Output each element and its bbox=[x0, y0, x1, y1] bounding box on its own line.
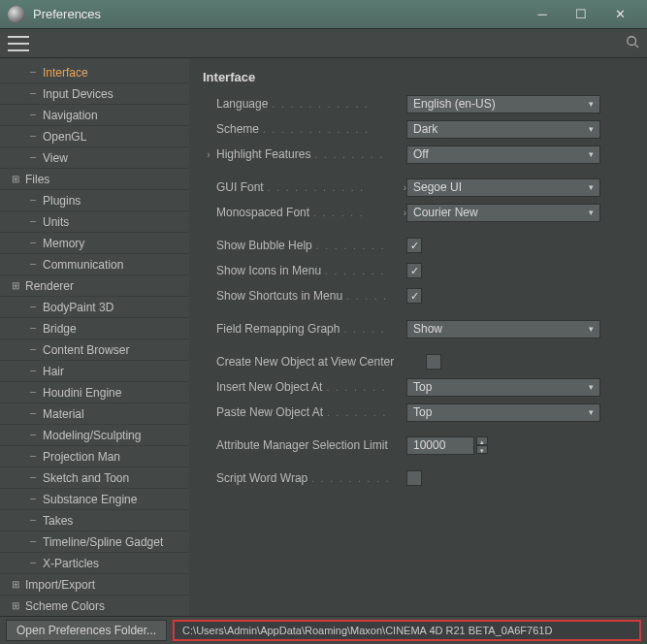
attr-limit-spinner[interactable]: ▴▾ bbox=[406, 436, 488, 455]
create-center-checkbox[interactable] bbox=[426, 354, 441, 370]
menubar bbox=[0, 29, 647, 58]
highlight-label: Highlight Features bbox=[216, 147, 310, 161]
tree-expand-icon[interactable] bbox=[10, 579, 21, 591]
sidebar-item-content-browser[interactable]: Content Browser bbox=[0, 339, 189, 361]
create-center-label: Create New Object at View Center bbox=[216, 355, 394, 369]
close-button[interactable]: ✕ bbox=[600, 0, 639, 29]
sidebar-item-label: Sketch and Toon bbox=[43, 471, 129, 485]
tree-expand-icon[interactable] bbox=[10, 280, 21, 292]
sidebar-item-hair[interactable]: Hair bbox=[0, 361, 189, 382]
sidebar-item-label: Plugins bbox=[43, 194, 81, 208]
highlight-dropdown[interactable]: Off▾ bbox=[406, 145, 600, 164]
tree-leaf-icon bbox=[27, 430, 39, 441]
hamburger-icon[interactable] bbox=[8, 36, 29, 51]
sidebar-item-bridge[interactable]: Bridge bbox=[0, 318, 189, 339]
minimize-button[interactable]: ─ bbox=[523, 0, 562, 29]
tree-expand-icon[interactable] bbox=[10, 174, 21, 185]
app-icon bbox=[8, 6, 25, 23]
sidebar-item-label: Content Browser bbox=[43, 343, 129, 357]
sidebar-item-label: Timeline/Spline Gadget bbox=[43, 535, 163, 549]
field-remap-dropdown[interactable]: Show▾ bbox=[406, 320, 600, 338]
sidebar-item-label: Projection Man bbox=[43, 450, 120, 464]
language-dropdown[interactable]: English (en-US)▾ bbox=[406, 95, 600, 113]
tree-expand-icon[interactable] bbox=[10, 600, 21, 612]
sidebar-item-interface[interactable]: Interface bbox=[0, 62, 189, 83]
chevron-right-icon[interactable]: › bbox=[203, 149, 214, 160]
scheme-label: Scheme bbox=[216, 122, 259, 136]
sidebar-item-timeline-spline-gadget[interactable]: Timeline/Spline Gadget bbox=[0, 531, 189, 553]
sidebar-item-label: Communication bbox=[43, 258, 123, 272]
open-prefs-folder-button[interactable]: Open Preferences Folder... bbox=[6, 620, 167, 641]
sidebar-item-label: Units bbox=[43, 215, 69, 229]
panel-title: Interface bbox=[203, 70, 633, 84]
sidebar-item-label: Hair bbox=[43, 365, 64, 378]
sidebar-item-material[interactable]: Material bbox=[0, 403, 189, 425]
mono-font-dropdown[interactable]: Courier New▾ bbox=[406, 204, 600, 222]
interface-panel: Interface Language. . . . . . . . . . . … bbox=[189, 58, 647, 616]
tree-leaf-icon bbox=[27, 451, 39, 463]
script-wrap-checkbox[interactable] bbox=[406, 470, 422, 486]
language-label: Language bbox=[216, 97, 268, 111]
insert-at-dropdown[interactable]: Top▾ bbox=[406, 378, 600, 397]
sidebar-item-input-devices[interactable]: Input Devices bbox=[0, 83, 189, 105]
sidebar-item-label: BodyPaint 3D bbox=[43, 301, 113, 314]
sidebar-item-plugins[interactable]: Plugins bbox=[0, 190, 189, 211]
sidebar-item-projection-man[interactable]: Projection Man bbox=[0, 446, 189, 467]
sidebar-item-takes[interactable]: Takes bbox=[0, 510, 189, 531]
sidebar-item-view[interactable]: View bbox=[0, 147, 189, 169]
tree-leaf-icon bbox=[27, 387, 39, 399]
sidebar-item-opengl[interactable]: OpenGL bbox=[0, 126, 189, 147]
sidebar-item-import-export[interactable]: Import/Export bbox=[0, 574, 189, 596]
attr-limit-input[interactable] bbox=[406, 436, 474, 455]
shortcuts-menu-checkbox[interactable]: ✓ bbox=[406, 288, 422, 304]
sidebar-item-label: Houdini Engine bbox=[43, 386, 121, 400]
sidebar-item-memory[interactable]: Memory bbox=[0, 233, 189, 254]
sidebar-item-x-particles[interactable]: X-Particles bbox=[0, 553, 189, 574]
sidebar-item-modeling-sculpting[interactable]: Modeling/Sculpting bbox=[0, 425, 189, 446]
shortcuts-menu-label: Show Shortcuts in Menu bbox=[216, 289, 342, 303]
icons-menu-checkbox[interactable]: ✓ bbox=[406, 263, 422, 278]
tree-leaf-icon bbox=[27, 366, 39, 377]
sidebar-item-units[interactable]: Units bbox=[0, 211, 189, 233]
script-wrap-label: Script Word Wrap bbox=[216, 471, 307, 485]
field-remap-label: Field Remapping Graph bbox=[216, 322, 340, 336]
tree-leaf-icon bbox=[27, 494, 39, 505]
sidebar-item-label: Bridge bbox=[43, 322, 77, 336]
sidebar-item-scheme-colors[interactable]: Scheme Colors bbox=[0, 596, 189, 616]
tree-leaf-icon bbox=[27, 472, 39, 484]
tree-leaf-icon bbox=[27, 323, 39, 335]
gui-font-dropdown[interactable]: Segoe UI▾ bbox=[406, 178, 600, 197]
search-icon[interactable] bbox=[626, 35, 639, 51]
tree-leaf-icon bbox=[27, 195, 39, 207]
tree-leaf-icon bbox=[27, 88, 39, 100]
sidebar-item-label: Import/Export bbox=[25, 578, 95, 592]
sidebar-item-bodypaint-3d[interactable]: BodyPaint 3D bbox=[0, 297, 189, 318]
tree-leaf-icon bbox=[27, 515, 39, 527]
maximize-button[interactable]: ☐ bbox=[562, 0, 600, 29]
stepper-down-icon[interactable]: ▾ bbox=[476, 445, 488, 454]
tree-leaf-icon bbox=[27, 131, 39, 143]
svg-line-1 bbox=[635, 45, 639, 48]
scheme-dropdown[interactable]: Dark▾ bbox=[406, 120, 600, 139]
stepper-up-icon[interactable]: ▴ bbox=[476, 436, 488, 445]
sidebar-item-renderer[interactable]: Renderer bbox=[0, 275, 189, 297]
tree-leaf-icon bbox=[27, 302, 39, 313]
bubble-help-label: Show Bubble Help bbox=[216, 239, 312, 252]
sidebar-item-label: OpenGL bbox=[43, 130, 86, 144]
sidebar-item-label: X-Particles bbox=[43, 557, 99, 570]
sidebar-item-communication[interactable]: Communication bbox=[0, 254, 189, 275]
sidebar-item-substance-engine[interactable]: Substance Engine bbox=[0, 489, 189, 510]
sidebar-item-files[interactable]: Files bbox=[0, 169, 189, 190]
svg-point-0 bbox=[628, 37, 636, 46]
sidebar-item-label: Scheme Colors bbox=[25, 599, 105, 613]
tree-leaf-icon bbox=[27, 216, 39, 228]
sidebar-item-houdini-engine[interactable]: Houdini Engine bbox=[0, 382, 189, 403]
sidebar-item-navigation[interactable]: Navigation bbox=[0, 105, 189, 126]
sidebar-item-label: Navigation bbox=[43, 109, 98, 122]
bubble-help-checkbox[interactable]: ✓ bbox=[406, 238, 422, 253]
sidebar-item-sketch-and-toon[interactable]: Sketch and Toon bbox=[0, 467, 189, 489]
tree-leaf-icon bbox=[27, 238, 39, 249]
sidebar-item-label: Input Devices bbox=[43, 87, 113, 101]
paste-at-dropdown[interactable]: Top▾ bbox=[406, 403, 600, 422]
sidebar-item-label: Takes bbox=[43, 514, 73, 528]
